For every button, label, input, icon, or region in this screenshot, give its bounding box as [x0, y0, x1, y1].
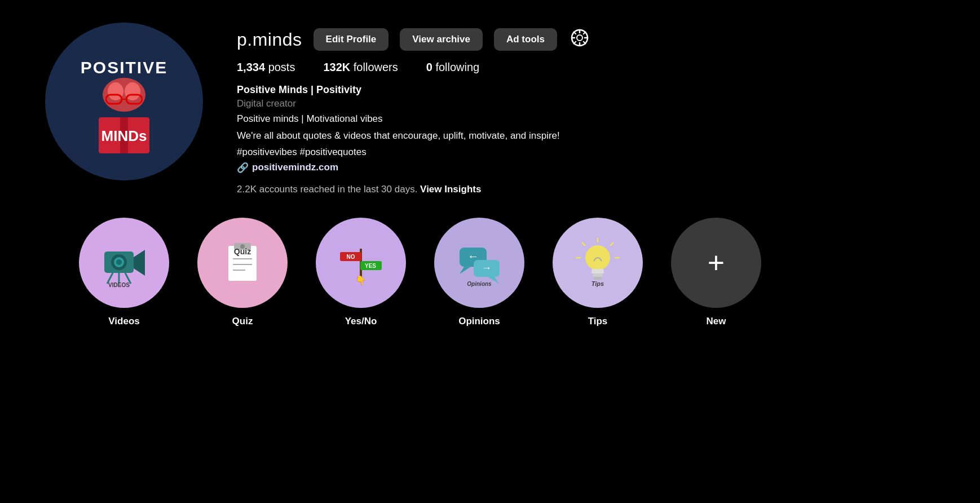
story-label-tips: Tips: [588, 316, 608, 327]
story-videos[interactable]: VIDEOS Videos: [79, 218, 169, 327]
story-label-yesno: Yes/No: [345, 316, 377, 327]
story-circle-opinions: ← → Opinions: [434, 218, 524, 308]
bio-category: Digital creator: [237, 98, 935, 109]
story-quiz[interactable]: Quiz Quiz: [197, 218, 288, 327]
svg-line-18: [584, 41, 586, 43]
story-circle-quiz: Quiz: [197, 218, 288, 308]
following-label: following: [435, 61, 479, 73]
followers-label: followers: [354, 61, 398, 73]
settings-icon: [571, 29, 589, 47]
story-yesno[interactable]: NO YES 👇 Yes/No: [316, 218, 406, 327]
svg-text:Opinions: Opinions: [467, 281, 492, 287]
story-new[interactable]: + New: [671, 218, 761, 327]
svg-point-12: [577, 35, 582, 41]
view-archive-button[interactable]: View archive: [400, 28, 483, 51]
story-circle-yesno: NO YES 👇: [316, 218, 406, 308]
following-count: 0: [426, 61, 432, 73]
story-circle-videos: VIDEOS: [79, 218, 169, 308]
svg-line-57: [611, 243, 613, 245]
svg-marker-22: [134, 250, 145, 276]
story-circle-new: +: [671, 218, 761, 308]
followers-count: 132K: [323, 61, 350, 73]
svg-text:YES: YES: [365, 263, 376, 269]
svg-text:👇: 👇: [355, 275, 367, 286]
svg-text:→: →: [482, 262, 492, 273]
story-label-videos: Videos: [108, 316, 139, 327]
edit-profile-button[interactable]: Edit Profile: [314, 28, 389, 51]
svg-marker-46: [460, 267, 471, 274]
svg-rect-54: [593, 273, 603, 277]
view-insights-button[interactable]: View Insights: [420, 184, 481, 195]
username: p.minds: [237, 29, 302, 50]
posts-count: 1,334: [237, 61, 265, 73]
avatar: POSITIVE MINDs: [45, 23, 203, 180]
settings-button[interactable]: [571, 29, 589, 51]
profile-header-row: p.minds Edit Profile View archive Ad too…: [237, 28, 935, 51]
stat-following[interactable]: 0 following: [426, 61, 480, 74]
svg-line-17: [573, 32, 576, 34]
bio-line2: We're all about quotes & videos that enc…: [237, 129, 935, 143]
bio-line1: Positive minds | Motivational vibes: [237, 112, 935, 126]
svg-line-20: [573, 41, 576, 43]
plus-icon: +: [708, 248, 725, 277]
bio-hashtags: #positivevibes #positivequotes: [237, 145, 935, 160]
svg-text:Tips: Tips: [591, 280, 604, 287]
bio-link[interactable]: 🔗 positivemindz.com: [237, 162, 935, 174]
stat-posts[interactable]: 1,334 posts: [237, 61, 295, 74]
profile-info: p.minds Edit Profile View archive Ad too…: [237, 23, 935, 195]
stories-section: VIDEOS Videos Quiz: [45, 218, 935, 327]
svg-point-25: [116, 259, 122, 265]
insights-text: 2.2K accounts reached in the last 30 day…: [237, 184, 417, 195]
bio-section: Positive Minds | Positivity Digital crea…: [237, 84, 935, 174]
stats-row: 1,334 posts 132K followers 0 following: [237, 61, 935, 74]
svg-line-59: [582, 243, 585, 245]
story-label-quiz: Quiz: [232, 316, 253, 327]
svg-text:POSITIVE: POSITIVE: [81, 58, 167, 77]
story-tips[interactable]: Tips Tips: [553, 218, 643, 327]
link-icon: 🔗: [237, 162, 249, 174]
stat-followers[interactable]: 132K followers: [323, 61, 398, 74]
svg-text:VIDEOS: VIDEOS: [108, 282, 130, 288]
svg-text:Quiz: Quiz: [234, 247, 251, 256]
story-label-new: New: [707, 316, 726, 327]
ad-tools-button[interactable]: Ad tools: [494, 28, 557, 51]
story-label-opinions: Opinions: [458, 316, 500, 327]
svg-text:NO: NO: [347, 254, 355, 260]
posts-label: posts: [268, 61, 295, 73]
svg-rect-55: [594, 277, 602, 280]
story-opinions[interactable]: ← → Opinions Opinions: [434, 218, 524, 327]
link-text: positivemindz.com: [252, 162, 338, 173]
svg-line-19: [584, 32, 586, 34]
svg-rect-53: [591, 269, 604, 273]
svg-text:MINDs: MINDs: [101, 127, 147, 144]
story-circle-tips: Tips: [553, 218, 643, 308]
bio-name: Positive Minds | Positivity: [237, 84, 935, 96]
insights-row: 2.2K accounts reached in the last 30 day…: [237, 184, 935, 195]
